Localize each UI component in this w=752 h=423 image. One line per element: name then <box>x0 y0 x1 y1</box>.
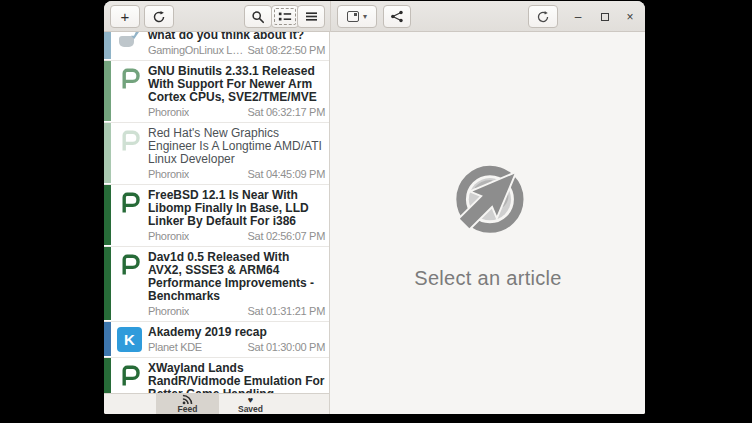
article-list-item[interactable]: K XWayland Lands RandR/Vidmode Emulation… <box>104 358 329 393</box>
article-view-placeholder: Select an article <box>331 32 645 414</box>
refresh-button[interactable] <box>144 5 174 28</box>
feed-color-strip <box>104 358 111 393</box>
tab-feed[interactable]: Feed <box>156 394 219 414</box>
article-meta: Planet KDE Sat 01:30:00 PM <box>148 341 325 354</box>
tab-feed-label: Feed <box>178 405 198 414</box>
article-timestamp: Sat 06:32:17 PM <box>248 106 325 119</box>
article-list-item[interactable]: K Dav1d 0.5 Released With AVX2, SSSE3 & … <box>104 247 329 322</box>
article-list-item[interactable]: K Red Hat's New Graphics Engineer Is A L… <box>104 123 329 185</box>
feed-icon: K <box>117 190 143 216</box>
article-list-item[interactable]: K GNU Binutils 2.33.1 Released With Supp… <box>104 61 329 123</box>
feed-icon: K <box>117 128 143 154</box>
feed-color-strip <box>104 322 111 356</box>
menu-button[interactable] <box>297 5 325 28</box>
feed-color-strip <box>104 247 111 320</box>
article-list-item[interactable]: K what do you think about it? GamingOnLi… <box>104 32 329 61</box>
maximize-button[interactable] <box>593 1 617 32</box>
article-list-view-button[interactable] <box>271 5 299 28</box>
article-timestamp: Sat 01:30:00 PM <box>248 341 325 354</box>
feed-color-strip <box>104 185 111 245</box>
feedreader-window: + <box>104 1 645 414</box>
article-meta: GamingOnLinux Latest… Sat 08:22:50 PM <box>148 44 325 57</box>
refresh-icon <box>152 10 166 24</box>
desktop-background: + <box>0 0 752 423</box>
article-source: GamingOnLinux Latest… <box>148 44 244 57</box>
add-feed-button[interactable]: + <box>110 5 140 28</box>
phoronix-icon <box>117 128 143 154</box>
list-footer-tabs: Feed ♥ Saved <box>104 393 330 414</box>
article-source: Phoronix <box>148 230 189 243</box>
article-meta: Phoronix Sat 01:31:21 PM <box>148 305 325 318</box>
article-list-icon <box>278 10 292 23</box>
minimize-icon: – <box>575 10 582 24</box>
article-list-item[interactable]: K Akademy 2019 recap Planet KDE Sat 01:3… <box>104 322 329 358</box>
kde-icon: K <box>117 327 142 352</box>
tag-button[interactable]: ▾ <box>337 5 377 28</box>
select-article-message: Select an article <box>414 267 561 290</box>
article-list-item[interactable]: K FreeBSD 12.1 Is Near With Libomp Final… <box>104 185 329 247</box>
article-title: Red Hat's New Graphics Engineer Is A Lon… <box>148 127 325 166</box>
article-source: Phoronix <box>148 106 189 119</box>
article-title: FreeBSD 12.1 Is Near With Libomp Finally… <box>148 189 325 228</box>
sync-icon <box>536 10 550 24</box>
phoronix-icon <box>117 363 143 389</box>
phoronix-icon <box>117 66 143 92</box>
sync-status-button[interactable] <box>528 5 558 28</box>
close-icon: × <box>626 10 633 24</box>
article-list: K what do you think about it? GamingOnLi… <box>104 32 330 393</box>
article-source: Phoronix <box>148 305 189 318</box>
article-meta: Phoronix Sat 06:32:17 PM <box>148 106 325 119</box>
feed-icon: K <box>117 252 143 278</box>
share-icon <box>390 10 404 23</box>
article-title: what do you think about it? <box>148 32 325 42</box>
feed-color-strip <box>104 32 111 59</box>
toolbar-pane-divider <box>330 1 331 32</box>
share-button[interactable] <box>383 5 411 28</box>
article-title: XWayland Lands RandR/Vidmode Emulation F… <box>148 362 325 393</box>
article-meta: Phoronix Sat 04:45:09 PM <box>148 168 325 181</box>
article-timestamp: Sat 02:56:07 PM <box>248 230 325 243</box>
article-meta: Phoronix Sat 02:56:07 PM <box>148 230 325 243</box>
article-title: Dav1d 0.5 Released With AVX2, SSSE3 & AR… <box>148 251 325 303</box>
article-title: Akademy 2019 recap <box>148 326 325 339</box>
maximize-icon <box>601 13 609 21</box>
feed-icon: K <box>117 327 143 353</box>
phoronix-icon <box>117 252 143 278</box>
search-icon <box>251 10 265 24</box>
article-timestamp: Sat 01:31:21 PM <box>248 305 325 318</box>
article-source: Phoronix <box>148 168 189 181</box>
feed-icon: K <box>117 363 143 389</box>
gamingonlinux-icon <box>117 32 139 50</box>
feed-icon: K <box>117 32 143 56</box>
article-source: Planet KDE <box>148 341 202 354</box>
tab-saved-label: Saved <box>238 405 263 414</box>
search-button[interactable] <box>244 5 272 28</box>
close-button[interactable]: × <box>618 1 642 32</box>
minimize-button[interactable]: – <box>566 1 590 32</box>
hamburger-menu-icon <box>305 11 318 22</box>
tab-saved[interactable]: ♥ Saved <box>219 394 282 414</box>
tag-icon <box>347 11 359 22</box>
feedreader-logo-globe-cursor-icon <box>440 157 536 253</box>
plus-icon: + <box>121 9 130 24</box>
phoronix-icon <box>117 190 143 216</box>
header-bar: + <box>104 1 645 32</box>
feed-color-strip <box>104 123 111 183</box>
feed-icon: K <box>117 66 143 92</box>
feed-color-strip <box>104 61 111 121</box>
article-timestamp: Sat 08:22:50 PM <box>248 44 325 57</box>
chevron-down-icon: ▾ <box>363 12 367 21</box>
article-timestamp: Sat 04:45:09 PM <box>248 168 325 181</box>
article-title: GNU Binutils 2.33.1 Released With Suppor… <box>148 65 325 104</box>
